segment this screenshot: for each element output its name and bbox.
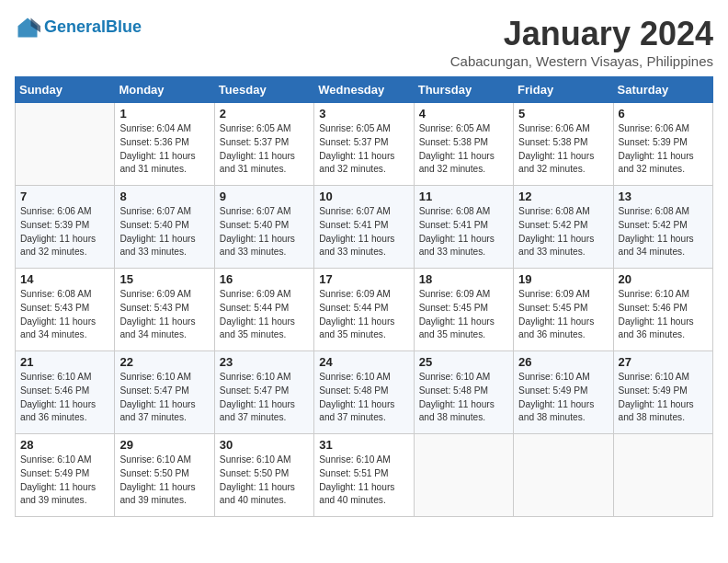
calendar-cell: 7Sunrise: 6:06 AMSunset: 5:39 PMDaylight… [16,186,115,269]
calendar-cell: 16Sunrise: 6:09 AMSunset: 5:44 PMDayligh… [214,269,313,351]
calendar-cell: 29Sunrise: 6:10 AMSunset: 5:50 PMDayligh… [115,434,214,517]
calendar-cell: 2Sunrise: 6:05 AMSunset: 5:37 PMDaylight… [214,103,313,186]
calendar-cell: 19Sunrise: 6:09 AMSunset: 5:45 PMDayligh… [514,269,613,351]
calendar-cell: 23Sunrise: 6:10 AMSunset: 5:47 PMDayligh… [214,351,313,434]
calendar-cell: 9Sunrise: 6:07 AMSunset: 5:40 PMDaylight… [214,186,313,269]
calendar-cell: 25Sunrise: 6:10 AMSunset: 5:48 PMDayligh… [414,351,513,434]
day-number: 21 [20,355,109,369]
cell-content: Sunrise: 6:09 AMSunset: 5:45 PMDaylight:… [518,288,608,342]
day-number: 4 [419,107,508,121]
day-number: 24 [319,355,408,369]
day-number: 20 [619,272,708,286]
calendar-day-header: Friday [514,77,613,103]
cell-content: Sunrise: 6:10 AMSunset: 5:47 PMDaylight:… [119,371,209,425]
cell-content: Sunrise: 6:07 AMSunset: 5:41 PMDaylight:… [319,205,408,259]
day-number: 26 [518,355,608,369]
cell-content: Sunrise: 6:07 AMSunset: 5:40 PMDaylight:… [220,205,309,259]
day-number: 5 [518,107,608,121]
calendar-day-header: Monday [115,77,214,103]
cell-content: Sunrise: 6:08 AMSunset: 5:43 PMDaylight:… [20,288,109,342]
day-number: 19 [518,272,608,286]
cell-content: Sunrise: 6:10 AMSunset: 5:46 PMDaylight:… [20,371,109,425]
cell-content: Sunrise: 6:08 AMSunset: 5:42 PMDaylight:… [619,205,708,259]
calendar-cell [414,434,513,517]
day-number: 30 [220,438,309,452]
logo-icon [15,15,40,40]
day-number: 22 [119,355,209,369]
cell-content: Sunrise: 6:09 AMSunset: 5:43 PMDaylight:… [119,288,209,342]
calendar-cell: 10Sunrise: 6:07 AMSunset: 5:41 PMDayligh… [314,186,414,269]
calendar-table: SundayMondayTuesdayWednesdayThursdayFrid… [15,76,713,517]
calendar-cell: 20Sunrise: 6:10 AMSunset: 5:46 PMDayligh… [613,269,712,351]
calendar-week-row: 1Sunrise: 6:04 AMSunset: 5:36 PMDaylight… [16,103,713,186]
cell-content: Sunrise: 6:10 AMSunset: 5:50 PMDaylight:… [220,454,309,508]
logo-line1: General [44,17,106,36]
day-number: 13 [619,190,708,203]
cell-content: Sunrise: 6:06 AMSunset: 5:38 PMDaylight:… [518,122,608,177]
calendar-cell: 28Sunrise: 6:10 AMSunset: 5:49 PMDayligh… [16,434,115,517]
cell-content: Sunrise: 6:10 AMSunset: 5:50 PMDaylight:… [119,454,209,508]
day-number: 3 [319,107,408,121]
day-number: 29 [119,438,209,452]
day-number: 1 [119,107,209,121]
calendar-cell: 8Sunrise: 6:07 AMSunset: 5:40 PMDaylight… [115,186,214,269]
calendar-cell [514,434,613,517]
cell-content: Sunrise: 6:09 AMSunset: 5:44 PMDaylight:… [319,288,408,342]
calendar-week-row: 14Sunrise: 6:08 AMSunset: 5:43 PMDayligh… [16,269,713,351]
calendar-cell: 22Sunrise: 6:10 AMSunset: 5:47 PMDayligh… [115,351,214,434]
logo: GeneralBlue [15,15,142,40]
calendar-cell: 13Sunrise: 6:08 AMSunset: 5:42 PMDayligh… [613,186,712,269]
calendar-cell: 21Sunrise: 6:10 AMSunset: 5:46 PMDayligh… [16,351,115,434]
cell-content: Sunrise: 6:10 AMSunset: 5:51 PMDaylight:… [319,454,408,508]
calendar-cell: 12Sunrise: 6:08 AMSunset: 5:42 PMDayligh… [514,186,613,269]
calendar-cell [16,103,115,186]
day-number: 16 [220,272,309,286]
calendar-week-row: 21Sunrise: 6:10 AMSunset: 5:46 PMDayligh… [16,351,713,434]
day-number: 18 [419,272,508,286]
cell-content: Sunrise: 6:05 AMSunset: 5:37 PMDaylight:… [220,122,309,177]
cell-content: Sunrise: 6:06 AMSunset: 5:39 PMDaylight:… [619,122,708,177]
calendar-cell: 31Sunrise: 6:10 AMSunset: 5:51 PMDayligh… [314,434,414,517]
cell-content: Sunrise: 6:04 AMSunset: 5:36 PMDaylight:… [119,122,209,177]
calendar-cell: 11Sunrise: 6:08 AMSunset: 5:41 PMDayligh… [414,186,513,269]
day-number: 8 [119,190,209,203]
calendar-cell: 4Sunrise: 6:05 AMSunset: 5:38 PMDaylight… [414,103,513,186]
cell-content: Sunrise: 6:10 AMSunset: 5:48 PMDaylight:… [419,371,508,425]
calendar-cell [613,434,712,517]
day-number: 11 [419,190,508,203]
day-number: 27 [619,355,708,369]
month-title: January 2024 [450,15,713,53]
day-number: 15 [119,272,209,286]
day-number: 12 [518,190,608,203]
calendar-day-header: Wednesday [314,77,414,103]
day-number: 31 [319,438,408,452]
calendar-day-header: Sunday [16,77,115,103]
cell-content: Sunrise: 6:10 AMSunset: 5:49 PMDaylight:… [619,371,708,425]
cell-content: Sunrise: 6:08 AMSunset: 5:42 PMDaylight:… [518,205,608,259]
cell-content: Sunrise: 6:10 AMSunset: 5:48 PMDaylight:… [319,371,408,425]
calendar-cell: 6Sunrise: 6:06 AMSunset: 5:39 PMDaylight… [613,103,712,186]
calendar-cell: 27Sunrise: 6:10 AMSunset: 5:49 PMDayligh… [613,351,712,434]
calendar-cell: 3Sunrise: 6:05 AMSunset: 5:37 PMDaylight… [314,103,414,186]
calendar-cell: 18Sunrise: 6:09 AMSunset: 5:45 PMDayligh… [414,269,513,351]
cell-content: Sunrise: 6:10 AMSunset: 5:49 PMDaylight:… [20,454,109,508]
calendar-day-header: Tuesday [214,77,313,103]
day-number: 17 [319,272,408,286]
calendar-cell: 30Sunrise: 6:10 AMSunset: 5:50 PMDayligh… [214,434,313,517]
logo-line2: Blue [106,17,142,36]
cell-content: Sunrise: 6:10 AMSunset: 5:49 PMDaylight:… [518,371,608,425]
cell-content: Sunrise: 6:09 AMSunset: 5:44 PMDaylight:… [220,288,309,342]
day-number: 9 [220,190,309,203]
calendar-cell: 14Sunrise: 6:08 AMSunset: 5:43 PMDayligh… [16,269,115,351]
calendar-week-row: 7Sunrise: 6:06 AMSunset: 5:39 PMDaylight… [16,186,713,269]
location-title: Cabacungan, Western Visayas, Philippines [450,53,713,69]
day-number: 28 [20,438,109,452]
calendar-cell: 24Sunrise: 6:10 AMSunset: 5:48 PMDayligh… [314,351,414,434]
cell-content: Sunrise: 6:07 AMSunset: 5:40 PMDaylight:… [119,205,209,259]
calendar-header-row: SundayMondayTuesdayWednesdayThursdayFrid… [16,77,713,103]
cell-content: Sunrise: 6:10 AMSunset: 5:46 PMDaylight:… [619,288,708,342]
cell-content: Sunrise: 6:08 AMSunset: 5:41 PMDaylight:… [419,205,508,259]
cell-content: Sunrise: 6:06 AMSunset: 5:39 PMDaylight:… [20,205,109,259]
calendar-cell: 15Sunrise: 6:09 AMSunset: 5:43 PMDayligh… [115,269,214,351]
day-number: 2 [220,107,309,121]
